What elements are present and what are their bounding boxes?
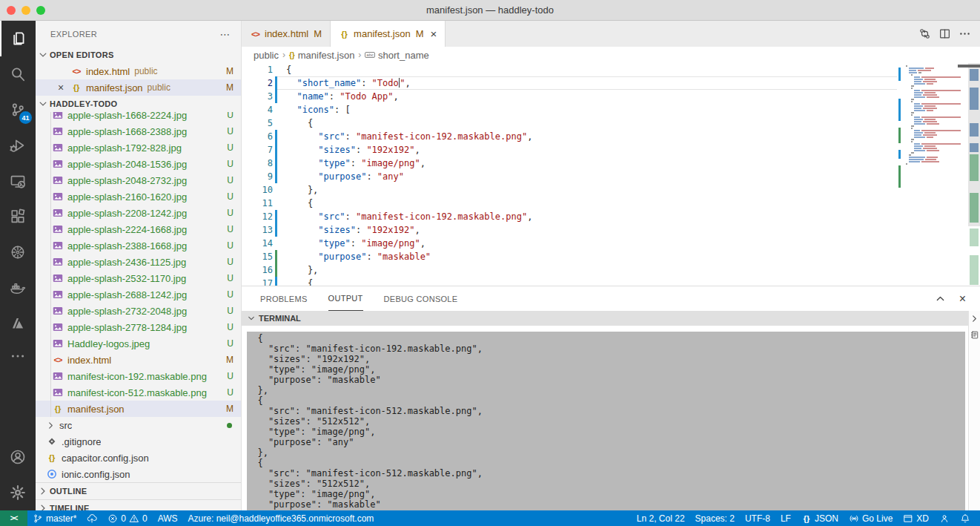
close-editor-icon[interactable]: × xyxy=(58,82,70,93)
activity-item-azure[interactable] xyxy=(0,306,36,341)
activity-item-extensions[interactable] xyxy=(0,199,36,234)
bottom-panel: PROBLEMSOUTPUTDEBUG CONSOLE × TERMINAL {… xyxy=(242,286,980,510)
status-item-cursor-position[interactable]: Ln 2, Col 22 xyxy=(632,510,690,526)
breadcrumb-item-public[interactable]: public xyxy=(254,50,279,61)
tree-item[interactable]: apple-splash-2048-2732.jpgU xyxy=(36,172,241,188)
notebook-icon[interactable] xyxy=(970,330,979,340)
panel-tab-debug-console[interactable]: DEBUG CONSOLE xyxy=(384,286,458,311)
status-item-sync[interactable] xyxy=(82,510,102,526)
chevron-right-icon[interactable] xyxy=(970,314,979,323)
activity-item-accounts[interactable] xyxy=(0,439,36,475)
tree-folder-src[interactable]: src xyxy=(36,417,241,433)
tree-item[interactable]: apple-splash-2224-1668.jpgU xyxy=(36,221,241,237)
outline-section-header[interactable]: OUTLINE xyxy=(36,482,241,499)
image-file-icon xyxy=(52,272,64,284)
activity-item-run-debug[interactable] xyxy=(0,128,36,163)
git-status-badge: M xyxy=(226,404,234,414)
status-item-branch[interactable]: master* xyxy=(27,510,82,526)
cloud-upload-icon xyxy=(87,513,97,524)
activity-item-kubernetes[interactable] xyxy=(0,234,36,270)
project-root-header[interactable]: HADDLEY-TODO xyxy=(36,96,241,112)
status-label: 0 xyxy=(121,513,126,524)
tree-item[interactable]: apple-splash-2388-1668.jpgU xyxy=(36,237,241,254)
sidebar-header: EXPLORER ⋯ xyxy=(36,21,241,47)
terminal-section-header[interactable]: TERMINAL xyxy=(242,311,968,326)
remote-indicator[interactable]: >< xyxy=(0,510,27,526)
status-item-go-live[interactable]: Go Live xyxy=(844,510,898,526)
activity-item-source-control[interactable]: 41 xyxy=(0,92,36,128)
json-braces-icon: {} xyxy=(801,513,812,524)
minimap-line xyxy=(906,70,968,71)
activity-item-search[interactable] xyxy=(0,56,36,92)
tree-item[interactable]: apple-splash-2778-1284.jpgU xyxy=(36,319,241,335)
line-number: 11 xyxy=(242,197,273,210)
status-item-encoding[interactable]: UTF-8 xyxy=(740,510,775,526)
breadcrumb-item-manifest.json[interactable]: {}manifest.json xyxy=(289,50,354,61)
chevron-right-icon xyxy=(38,503,48,510)
tree-item[interactable]: apple-splash-2208-1242.jpgU xyxy=(36,205,241,221)
split-editor-icon[interactable] xyxy=(938,27,951,40)
status-item-xd[interactable]: XD xyxy=(898,510,934,526)
tree-item[interactable]: apple-splash-2688-1242.jpgU xyxy=(36,286,241,303)
tree-item[interactable]: apple-splash-2436-1125.jpgU xyxy=(36,254,241,270)
editor-tab-index.html[interactable]: <>index.htmlM xyxy=(242,21,331,47)
tree-item[interactable]: manifest-icon-192.maskable.pngU xyxy=(36,368,241,384)
tree-item[interactable]: .gitignore xyxy=(36,433,241,450)
file-name: apple-splash-2160-1620.jpg xyxy=(67,191,187,203)
panel-tab-output[interactable]: OUTPUT xyxy=(328,286,363,311)
close-window-button[interactable] xyxy=(7,6,16,15)
tree-item[interactable]: apple-splash-2532-1170.jpgU xyxy=(36,270,241,286)
tree-item[interactable]: manifest-icon-512.maskable.pngU xyxy=(36,384,241,401)
tree-item[interactable]: {}manifest.jsonM xyxy=(36,401,241,417)
tree-item[interactable]: {}capacitor.config.json xyxy=(36,450,241,466)
activity-item-explorer[interactable] xyxy=(0,21,36,56)
open-editor-item[interactable]: <>index.htmlpublicM xyxy=(36,63,241,79)
ellipsis-icon[interactable] xyxy=(959,27,971,40)
panel-tab-problems[interactable]: PROBLEMS xyxy=(260,286,308,311)
status-item-language[interactable]: {}JSON xyxy=(796,510,844,526)
status-item-problems[interactable]: 00 xyxy=(102,510,152,526)
status-item-indentation[interactable]: Spaces: 2 xyxy=(690,510,740,526)
close-icon[interactable]: × xyxy=(957,293,968,304)
editor-tab-manifest.json[interactable]: {}manifest.jsonM× xyxy=(331,21,446,47)
close-tab-icon[interactable]: × xyxy=(431,28,437,39)
minimap[interactable] xyxy=(897,63,968,286)
tree-item[interactable]: apple-splash-2048-1536.jpgU xyxy=(36,156,241,172)
tree-item[interactable]: apple-splash-1668-2224.jpgU xyxy=(36,112,241,123)
tree-item[interactable]: Haddley-logos.jpegU xyxy=(36,335,241,352)
file-name: apple-splash-1668-2224.jpg xyxy=(67,112,187,121)
status-item-azure[interactable]: Azure: neil@haddleyoffice365.onmicrosoft… xyxy=(183,510,380,526)
activity-item-settings[interactable] xyxy=(0,475,36,510)
overview-ruler[interactable] xyxy=(968,63,980,286)
minimize-window-button[interactable] xyxy=(21,6,30,15)
status-item-notifications[interactable] xyxy=(955,510,976,526)
tree-item[interactable]: apple-splash-1792-828.jpgU xyxy=(36,139,241,156)
breadcrumb-item-short_name[interactable]: abcshort_name xyxy=(365,50,428,61)
compare-changes-icon[interactable] xyxy=(918,27,931,40)
image-file-icon xyxy=(52,240,64,252)
status-item-aws[interactable]: AWS xyxy=(153,510,183,526)
status-item-eol[interactable]: LF xyxy=(775,510,796,526)
tree-item[interactable]: apple-splash-1668-2388.jpgU xyxy=(36,123,241,139)
code-editor[interactable]: 1{2 "short_name": "Todo",3 "name": "Todo… xyxy=(242,63,980,286)
code-line: 11 { xyxy=(242,197,897,210)
explorer-more-actions-icon[interactable]: ⋯ xyxy=(220,28,231,40)
zoom-window-button[interactable] xyxy=(36,6,45,15)
activity-item-more[interactable] xyxy=(0,341,36,371)
tree-item[interactable]: ionic.config.json xyxy=(36,466,241,482)
activity-item-docker[interactable] xyxy=(0,270,36,306)
code-line: 8 "type": "image/png", xyxy=(242,157,897,170)
open-editors-header[interactable]: OPEN EDITORS xyxy=(36,47,241,63)
sidebar-title: EXPLORER xyxy=(50,30,97,39)
timeline-section-header[interactable]: TIMELINE xyxy=(36,499,241,510)
status-item-feedback[interactable] xyxy=(934,510,955,526)
open-editor-item[interactable]: ×{}manifest.jsonpublicM xyxy=(36,79,241,96)
chevron-up-icon[interactable] xyxy=(935,293,946,304)
minimap-line xyxy=(906,68,968,69)
tree-item[interactable]: apple-splash-2160-1620.jpgU xyxy=(36,188,241,205)
terminal-output[interactable]: { "src": "manifest-icon-192.maskable.png… xyxy=(242,326,980,510)
tree-item[interactable]: <>index.htmlM xyxy=(36,352,241,368)
tree-item[interactable]: apple-splash-2732-2048.jpgU xyxy=(36,303,241,319)
code-text: "purpose": "maskable" xyxy=(277,250,897,263)
activity-item-remote-explorer[interactable] xyxy=(0,163,36,199)
